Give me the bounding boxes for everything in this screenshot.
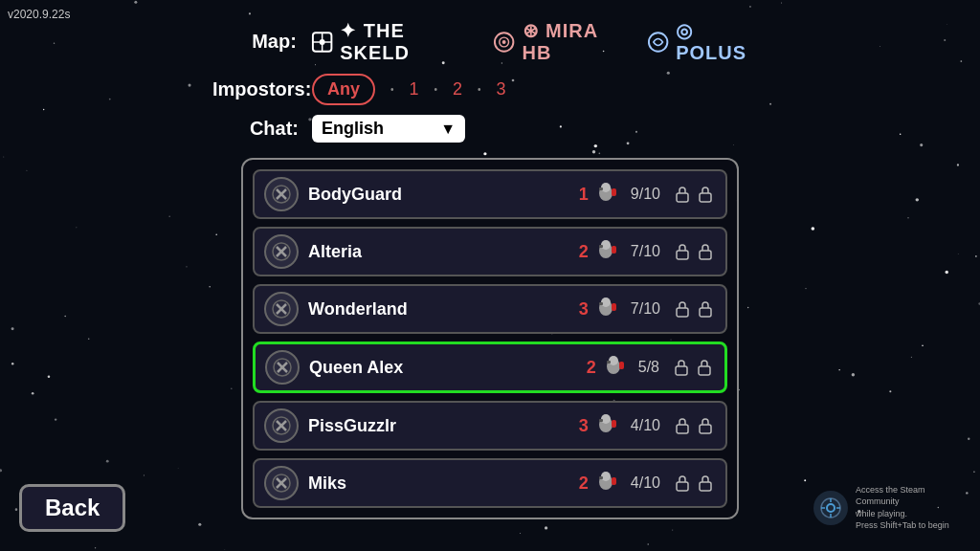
room-right: 2 4/10: [579, 469, 716, 497]
map-polus-label: ◎ POLUS: [676, 19, 768, 64]
svg-rect-14: [599, 187, 603, 190]
lock-icon-1: [672, 241, 693, 262]
room-right: 3 7/10: [579, 295, 716, 323]
crew-icon: [264, 408, 299, 443]
lock-icon-2: [694, 357, 715, 378]
room-capacity: 4/10: [631, 417, 660, 434]
room-row[interactable]: Alteria2 7/10: [253, 227, 727, 276]
svg-rect-31: [612, 303, 616, 311]
map-polus[interactable]: ◎ POLUS: [646, 19, 768, 64]
room-capacity: 7/10: [631, 243, 660, 260]
dropdown-arrow-icon: ▼: [440, 121, 456, 138]
polus-icon: [646, 30, 670, 55]
room-name: Wonderland: [308, 299, 569, 320]
crewmate-small-icon: [594, 237, 623, 262]
lock-icon-1: [672, 298, 693, 320]
svg-point-6: [502, 40, 506, 44]
lock-icon-2: [695, 184, 716, 205]
steam-notice: Access the Steam Community while playing…: [813, 484, 970, 532]
player-icon: [594, 237, 623, 266]
impostors-label: Impostors:: [212, 78, 299, 100]
steam-text-block: Access the Steam Community while playing…: [856, 484, 970, 532]
lock-icon-1: [672, 415, 693, 436]
map-filter-row: Map: ✦ THE SKELD: [212, 19, 768, 64]
skeld-icon: [310, 30, 334, 55]
crew-icon: [264, 234, 299, 269]
crewmate-x-icon: [271, 415, 292, 436]
chat-language-dropdown[interactable]: English ▼: [312, 115, 465, 143]
room-name: Alteria: [308, 242, 569, 262]
chat-label: Chat:: [212, 118, 299, 140]
svg-rect-24: [677, 251, 688, 259]
svg-rect-16: [700, 193, 711, 202]
svg-point-7: [649, 33, 667, 51]
room-name: PissGuzzlr: [308, 416, 569, 436]
svg-rect-22: [612, 246, 616, 253]
map-skeld-label: ✦ THE SKELD: [340, 19, 477, 64]
crewmate-small-icon: [594, 180, 623, 205]
map-mira[interactable]: ⊛ MIRA HB: [492, 19, 631, 64]
svg-rect-33: [677, 308, 688, 317]
lock-icons: [672, 298, 716, 320]
room-capacity: 7/10: [631, 300, 660, 318]
dot-2: •: [434, 84, 438, 95]
svg-rect-59: [599, 476, 603, 479]
impostor-3-btn[interactable]: 3: [497, 79, 506, 99]
back-button[interactable]: Back: [19, 484, 125, 532]
dot-1: •: [390, 84, 394, 95]
lock-icons: [672, 241, 716, 262]
svg-rect-60: [677, 482, 688, 491]
impostor-any-btn[interactable]: Any: [312, 74, 375, 105]
room-row[interactable]: PissGuzzlr3 4/10: [253, 401, 727, 451]
room-capacity: 5/8: [638, 359, 659, 376]
impostor-count: 3: [579, 416, 589, 436]
dot-3: •: [478, 84, 481, 95]
map-skeld[interactable]: ✦ THE SKELD: [310, 19, 477, 64]
filter-bar: Map: ✦ THE SKELD: [212, 19, 768, 143]
svg-point-3: [320, 39, 325, 45]
steam-icon: [813, 491, 848, 525]
impostor-2-btn[interactable]: 2: [453, 79, 462, 99]
impostor-count: 3: [579, 299, 589, 320]
svg-rect-25: [700, 251, 711, 259]
svg-rect-13: [612, 188, 616, 196]
crew-icon: [264, 292, 299, 326]
impostor-filter-row: Impostors: Any • 1 • 2 • 3: [212, 74, 768, 105]
room-name: Miks: [308, 474, 569, 494]
map-label: Map:: [212, 31, 297, 53]
steam-shortcut: Press Shift+Tab to begin: [856, 519, 970, 532]
impostor-count: 1: [579, 185, 589, 205]
room-row[interactable]: BodyGuard1 9/10: [253, 169, 727, 219]
room-row[interactable]: Miks2 4/10: [253, 458, 727, 508]
svg-rect-40: [619, 362, 624, 369]
room-capacity: 4/10: [631, 474, 660, 492]
room-right: 1 9/10: [579, 180, 716, 209]
impostor-1-btn[interactable]: 1: [410, 79, 419, 99]
svg-rect-49: [612, 420, 616, 428]
crewmate-x-icon: [271, 298, 292, 320]
crewmate-x-icon: [271, 473, 292, 494]
lock-icon-2: [695, 298, 716, 320]
mira-icon: [492, 30, 516, 55]
player-icon: [594, 411, 623, 440]
crewmate-x-icon: [272, 357, 293, 378]
map-options: ✦ THE SKELD ⊛ MIRA HB: [310, 19, 768, 64]
crew-icon: [264, 177, 299, 211]
lock-icons: [671, 357, 715, 378]
svg-point-21: [601, 240, 611, 250]
svg-rect-52: [700, 425, 711, 433]
room-capacity: 9/10: [631, 186, 660, 203]
crewmate-x-icon: [271, 184, 292, 205]
impostor-options: Any • 1 • 2 • 3: [312, 74, 506, 105]
crewmate-small-icon: [602, 353, 631, 378]
crew-icon: [265, 350, 300, 385]
lock-icons: [672, 415, 716, 436]
room-row[interactable]: Wonderland3 7/10: [253, 284, 727, 334]
impostor-count: 2: [579, 242, 589, 262]
svg-rect-34: [700, 308, 711, 317]
lock-icon-2: [695, 415, 716, 436]
svg-point-39: [609, 356, 618, 365]
room-row[interactable]: Queen Alex2 5/8: [253, 342, 727, 393]
steam-notice-line1: Access the Steam Community: [856, 484, 970, 508]
svg-point-57: [601, 472, 611, 481]
